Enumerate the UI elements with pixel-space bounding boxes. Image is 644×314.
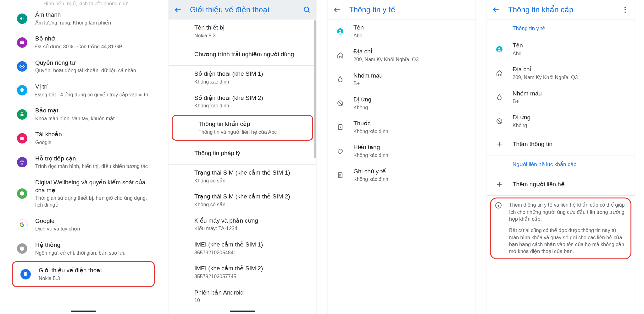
section-contacts: Người liên hệ lúc khẩn cấp: [487, 155, 635, 173]
settings-item-wellbeing[interactable]: Digital Wellbeing và quyền kiểm soát của…: [9, 174, 157, 213]
truncated-top-sub: Hình nền, ngủ, kích thước phông chữ: [9, 0, 157, 7]
wellbeing-icon: [16, 188, 28, 199]
emergency-info: Thông tin khẩn cấp Thông tin y tế TênAbc…: [487, 0, 635, 314]
svg-point-23: [625, 7, 626, 8]
about-item[interactable]: IMEI (khe cắm thẻ SIM 1)355792102054841: [169, 236, 316, 260]
about-phone: Giới thiệu về điện thoại Tên thiết bịNok…: [169, 0, 316, 314]
phone-icon: [20, 268, 31, 280]
no-icon: [494, 116, 505, 127]
svg-point-4: [21, 89, 23, 90]
medical-item-no[interactable]: Dị ứngKhông: [328, 91, 475, 115]
svg-point-19: [339, 30, 341, 32]
svg-point-24: [625, 9, 626, 10]
add-contact-row[interactable]: Thêm người liên hệ: [487, 173, 635, 195]
heart-icon: [335, 146, 346, 157]
section-medical: Thông tin y tế: [487, 19, 635, 37]
about-item[interactable]: Trạng thái SIM (khe cắm thẻ SIM 1)Không …: [169, 165, 316, 188]
svg-rect-15: [25, 273, 26, 275]
about-item[interactable]: Tên thiết bịNokia 5.3: [169, 19, 316, 43]
about-item[interactable]: IMEI (khe cắm thẻ SIM 2)355792102057745: [169, 260, 316, 284]
about-item[interactable]: Kiểu máy và phần cứngKiểu máy: TA-1234: [169, 213, 316, 236]
emergency-info-row[interactable]: Thông tin khẩn cấpThông tin và người liê…: [173, 116, 312, 140]
no-icon: [335, 98, 346, 109]
settings-item-google[interactable]: Google Dịch vụ và tuỳ chọn: [9, 213, 157, 237]
home-icon: [335, 50, 346, 61]
svg-point-8: [22, 160, 23, 161]
page-title: Thông tin khẩn cấp: [508, 5, 613, 14]
appbar: Thông tin y tế: [328, 0, 475, 19]
settings-item-phone[interactable]: Giới thiệu về điện thoại Nokia 5.3: [12, 261, 155, 287]
appbar: Giới thiệu về điện thoại: [169, 0, 316, 19]
about-item[interactable]: Phiên bản Android10: [169, 284, 316, 308]
account-icon: [16, 133, 28, 144]
svg-rect-0: [20, 41, 24, 42]
blood-icon: [494, 92, 505, 103]
volume-icon: [16, 13, 28, 24]
meds-icon: [335, 122, 346, 133]
nav-handle: [230, 311, 255, 312]
settings-item-volume[interactable]: Âm thanh Âm lượng, rung, Không làm phiền: [9, 7, 157, 30]
svg-point-12: [22, 247, 22, 248]
svg-rect-2: [20, 43, 24, 44]
note-icon: [335, 170, 346, 181]
medical-item-heart[interactable]: Hiến tạngKhông xác định: [328, 139, 475, 163]
about-item[interactable]: Thông tin pháp lý: [169, 142, 316, 164]
svg-rect-1: [20, 42, 24, 43]
svg-point-3: [21, 66, 23, 67]
nav-handle: [71, 311, 96, 312]
settings-main: Hình nền, ngủ, kích thước phông chữ Âm t…: [9, 0, 157, 314]
about-item[interactable]: Số điện thoại (khe SIM 1)Không xác định: [169, 66, 316, 89]
scrollbar: [314, 20, 316, 158]
back-icon[interactable]: [333, 5, 341, 14]
person-icon: [494, 44, 505, 55]
medical-item-person[interactable]: TênAbc: [328, 19, 475, 43]
medical-info: Thông tin y tế TênAbc Địa chỉ209, Nam Kỳ…: [328, 0, 475, 314]
privacy-icon: [16, 61, 28, 72]
google-icon: [16, 219, 28, 230]
svg-rect-5: [21, 114, 24, 116]
svg-rect-13: [22, 248, 22, 250]
search-icon[interactable]: [303, 5, 311, 14]
a11y-icon: [16, 157, 28, 168]
person-icon: [335, 26, 346, 37]
settings-item-info[interactable]: Hệ thống Ngôn ngữ, cử chỉ, thời gian, bả…: [9, 237, 157, 261]
location-icon: [16, 85, 28, 96]
medical-item-home[interactable]: Địa chỉ209, Nam Kỳ Khởi Nghĩa, Q3: [328, 43, 475, 67]
blood-icon: [335, 74, 346, 85]
svg-point-27: [498, 48, 500, 50]
svg-point-25: [625, 11, 626, 13]
settings-item-privacy[interactable]: Quyền riêng tư Quyền, hoạt động tài khoả…: [9, 55, 157, 78]
settings-item-account[interactable]: Tài khoản Google: [9, 126, 157, 150]
info-icon: [16, 243, 28, 254]
emergency-item-blood[interactable]: Nhóm máuB+: [487, 85, 635, 109]
medical-item-blood[interactable]: Nhóm máuB+: [328, 68, 475, 91]
svg-point-16: [25, 276, 26, 276]
settings-item-storage[interactable]: Bộ nhớ Đã sử dụng 30% · Còn trống 44,81 …: [9, 30, 157, 54]
page-title: Thông tin y tế: [349, 5, 470, 14]
storage-icon: [16, 37, 28, 48]
more-icon[interactable]: [621, 5, 630, 14]
emergency-item-person[interactable]: TênAbc: [487, 37, 635, 61]
appbar: Thông tin khẩn cấp: [487, 0, 635, 19]
back-icon[interactable]: [492, 5, 501, 14]
settings-item-a11y[interactable]: Hỗ trợ tiếp cận Trình đọc màn hình, hiển…: [9, 150, 157, 174]
about-item[interactable]: Trạng thái SIM (khe cắm thẻ SIM 2)Không …: [169, 188, 316, 212]
svg-point-17: [304, 7, 308, 11]
lock-icon: [16, 109, 28, 120]
emergency-item-home[interactable]: Địa chỉ209, Nam Kỳ Khởi Nghĩa, Q3: [487, 61, 635, 85]
add-info-row[interactable]: Thêm thông tin: [487, 133, 635, 155]
medical-item-note[interactable]: Ghi chú y tếKhông xác định: [328, 163, 475, 187]
about-item[interactable]: Số điện thoại (khe SIM 2)Không xác định: [169, 90, 316, 114]
emergency-info-note: Thêm thông tin y tế và liên hệ khẩn cấp …: [490, 198, 631, 259]
page-title: Giới thiệu về điện thoại: [190, 5, 295, 14]
emergency-item-no[interactable]: Dị ứngKhông: [487, 109, 635, 133]
settings-item-location[interactable]: Vị trí Đang bật · 4 ứng dụng có quyền tr…: [9, 78, 157, 102]
home-icon: [494, 68, 505, 79]
medical-item-meds[interactable]: ThuốcKhông xác định: [328, 115, 475, 139]
settings-item-lock[interactable]: Bảo mật Khóa màn hình, vân tay, khuôn mặ…: [9, 102, 157, 126]
about-item[interactable]: Chương trình trải nghiệm người dùng: [169, 43, 316, 65]
svg-point-7: [21, 137, 22, 138]
back-icon[interactable]: [174, 5, 182, 14]
